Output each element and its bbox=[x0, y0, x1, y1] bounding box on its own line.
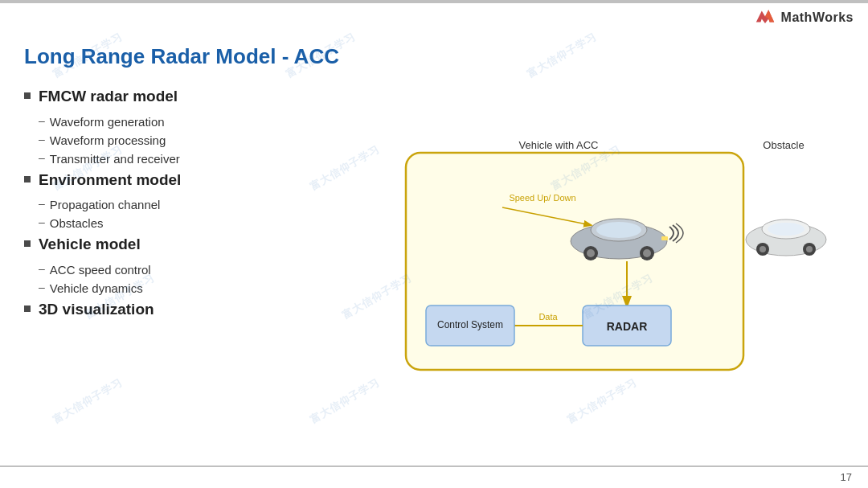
bullet-list: FMCW radar model – Waveform generation –… bbox=[24, 87, 354, 320]
svg-point-13 bbox=[643, 249, 651, 257]
bullet-main-label: Environment model bbox=[39, 170, 181, 191]
svg-point-21 bbox=[806, 246, 813, 252]
bullet-main-label: 3D visualization bbox=[39, 300, 154, 320]
svg-text:RADAR: RADAR bbox=[607, 320, 648, 333]
right-column: Vehicle with ACC Obstacle Speed Up/ Down bbox=[370, 36, 868, 462]
mathworks-logo-icon bbox=[754, 6, 776, 29]
sub-item: – Waveform generation bbox=[39, 113, 354, 130]
svg-text:Vehicle with ACC: Vehicle with ACC bbox=[519, 139, 599, 151]
sub-item: – Obstacles bbox=[39, 215, 354, 232]
svg-point-17 bbox=[768, 223, 805, 236]
sub-dash-icon: – bbox=[39, 114, 45, 127]
sub-item-label: Waveform processing bbox=[50, 132, 166, 149]
sub-item: – ACC speed control bbox=[39, 261, 354, 278]
sub-list-vehicle: – ACC speed control – Vehicle dynamics bbox=[39, 261, 354, 297]
diagram-svg: Vehicle with ACC Obstacle Speed Up/ Down bbox=[398, 113, 832, 386]
svg-point-19 bbox=[760, 246, 766, 252]
svg-text:Obstacle: Obstacle bbox=[763, 139, 804, 151]
sub-item-label: Waveform generation bbox=[50, 113, 165, 130]
svg-text:Control System: Control System bbox=[437, 319, 503, 330]
sub-list-fmcw: – Waveform generation – Waveform process… bbox=[39, 113, 354, 167]
sub-dash-icon: – bbox=[39, 215, 45, 228]
bullet-square-icon bbox=[24, 240, 31, 247]
svg-rect-14 bbox=[661, 236, 668, 240]
sub-item-label: ACC speed control bbox=[50, 261, 151, 278]
diagram-container: Vehicle with ACC Obstacle Speed Up/ Down bbox=[398, 113, 832, 386]
sub-list-environment: – Propagation channel – Obstacles bbox=[39, 196, 354, 232]
sub-dash-icon: – bbox=[39, 281, 45, 293]
svg-text:Data: Data bbox=[538, 312, 558, 322]
slide-title: Long Range Radar Model - ACC bbox=[24, 44, 354, 72]
sub-item: – Transmitter and receiver bbox=[39, 150, 354, 167]
sub-dash-icon: – bbox=[39, 197, 45, 210]
sub-item-label: Obstacles bbox=[50, 215, 104, 232]
svg-text:Speed Up/ Down: Speed Up/ Down bbox=[509, 193, 575, 203]
sub-dash-icon: – bbox=[39, 262, 45, 275]
svg-point-9 bbox=[596, 222, 641, 238]
page-number: 17 bbox=[841, 471, 852, 483]
mathworks-logo: MathWorks bbox=[754, 6, 854, 29]
sub-item: – Waveform processing bbox=[39, 132, 354, 149]
sub-dash-icon: – bbox=[39, 151, 45, 164]
bullet-square-icon bbox=[24, 306, 31, 312]
sub-item-label: Transmitter and receiver bbox=[50, 150, 180, 167]
sub-item: – Propagation channel bbox=[39, 196, 354, 213]
sub-item: – Vehicle dynamics bbox=[39, 280, 354, 297]
bullet-square-icon bbox=[24, 92, 31, 99]
bullet-main-label: FMCW radar model bbox=[39, 87, 178, 107]
sub-dash-icon: – bbox=[39, 133, 45, 146]
bullet-item-environment: Environment model – Propagation channel … bbox=[24, 170, 354, 232]
bullet-item-3d: 3D visualization bbox=[24, 300, 354, 320]
sub-item-label: Propagation channel bbox=[50, 196, 161, 213]
mathworks-label: MathWorks bbox=[781, 10, 854, 25]
sub-item-label: Vehicle dynamics bbox=[50, 280, 143, 297]
svg-point-11 bbox=[587, 249, 595, 257]
main-content: Long Range Radar Model - ACC FMCW radar … bbox=[0, 36, 868, 462]
top-border bbox=[0, 0, 868, 3]
bullet-item-fmcw: FMCW radar model – Waveform generation –… bbox=[24, 87, 354, 167]
bullet-item-vehicle: Vehicle model – ACC speed control – Vehi… bbox=[24, 235, 354, 297]
bottom-border bbox=[0, 465, 868, 467]
bullet-square-icon bbox=[24, 176, 31, 182]
left-column: Long Range Radar Model - ACC FMCW radar … bbox=[0, 36, 370, 462]
bullet-main-label: Vehicle model bbox=[39, 235, 141, 255]
